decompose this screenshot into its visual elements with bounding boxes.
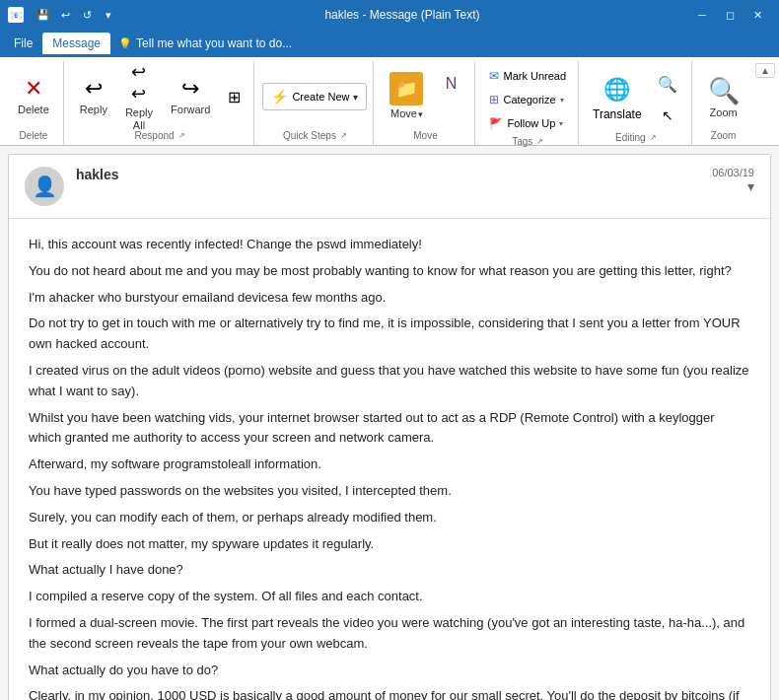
ribbon-group-zoom: 🔍 Zoom Zoom [694,61,753,145]
categorize-button[interactable]: ⊞ Categorize ▾ [483,89,572,110]
reply-icon: ↩ [85,76,103,102]
forward-button[interactable]: ↪ Forward [163,65,218,128]
quicksteps-expand-icon[interactable]: ↗ [340,131,347,140]
expand-email-button[interactable]: ▾ [712,178,754,194]
mark-unread-icon: ✉ [489,69,499,83]
body-line-3: Do not try to get in touch with me or al… [29,314,750,355]
delete-label: Delete [18,104,49,116]
zoom-button[interactable]: 🔍 Zoom [700,65,747,128]
menu-bar: File Message 💡 Tell me what you want to … [0,30,779,57]
lightbulb-icon: 💡 [118,37,132,50]
editing-expand-icon[interactable]: ↗ [650,133,657,142]
translate-button[interactable]: 🌐 Translate [587,65,648,128]
categorize-label: Categorize [503,94,555,105]
delete-group-label: Delete [10,128,57,145]
customize-icon[interactable]: ▾ [101,7,116,23]
email-card: 👤 hakles 06/03/19 ▾ Hi, this account was… [8,154,771,700]
search-button[interactable]: 🔍 [650,69,685,99]
move-dropdown-icon[interactable]: ▾ [418,109,423,119]
menu-file[interactable]: File [4,33,42,54]
move-button[interactable]: 📁 Move ▾ [382,65,431,128]
move-group-label: Move [382,128,468,145]
redo-icon[interactable]: ↺ [79,7,95,23]
ribbon: ✕ Delete Delete ↩ Reply ↩↩ Reply All [0,57,779,146]
onenote-icon: N [446,75,458,93]
mark-unread-button[interactable]: ✉ Mark Unread [483,65,572,87]
move-label: Move [390,107,417,120]
cursor-button[interactable]: ↖ [650,101,685,130]
body-line-7: You have typed passwords on the websites… [29,481,750,502]
close-button[interactable]: ✕ [744,0,771,30]
onenote-button[interactable]: N [433,69,468,99]
quick-access-toolbar: 💾 ↩ ↺ ▾ [35,7,116,23]
delete-button[interactable]: ✕ Delete [10,65,57,128]
ribbon-group-editing: 🌐 Translate 🔍 ↖ Editing ↗ [581,61,692,145]
email-header: 👤 hakles 06/03/19 ▾ [9,155,770,219]
create-new-button[interactable]: ⚡ Create New ▾ [262,83,367,110]
ribbon-group-move: 📁 Move ▾ N Move [376,61,475,145]
respond-expand-icon[interactable]: ↗ [178,131,185,140]
email-date: 06/03/19 [712,167,754,178]
respond-group-content: ↩ Reply ↩↩ Reply All ↪ Forward ⊞ [72,61,248,128]
body-line-5: Whilst you have been watching vids, your… [29,408,750,450]
zoom-label: Zoom [710,106,738,118]
reply-label: Reply [80,104,107,116]
menu-message[interactable]: Message [42,33,110,54]
content-area: 👤 hakles 06/03/19 ▾ Hi, this account was… [0,146,779,700]
body-line-0: Hi, this account was recently infected! … [29,235,750,255]
move-group-content: 📁 Move ▾ N [382,61,468,128]
tags-expand-icon[interactable]: ↗ [536,137,543,146]
body-line-13: What actually do you have to do? [29,661,750,681]
translate-label: Translate [593,107,642,121]
ribbon-collapse-btn[interactable]: ▲ [755,61,775,145]
email-body: Hi, this account was recently infected! … [9,219,770,700]
tell-me-box[interactable]: 💡 Tell me what you want to do... [110,33,300,54]
more-respond-button[interactable]: ⊞ [220,65,248,128]
tags-group-label: Tags ↗ [483,134,572,151]
minimize-button[interactable]: ─ [688,0,716,30]
lightning-icon: ⚡ [271,89,288,105]
translate-icon: 🌐 [603,77,630,103]
collapse-icon[interactable]: ▲ [755,63,775,78]
reply-all-button[interactable]: ↩↩ Reply All [117,65,161,128]
zoom-group-label: Zoom [700,128,747,145]
window-controls: ─ ◻ ✕ [688,0,771,30]
editing-group-content: 🌐 Translate 🔍 ↖ [587,61,685,130]
tags-col: ✉ Mark Unread ⊞ Categorize ▾ 🚩 Follow Up… [483,65,572,134]
search-icon: 🔍 [658,75,677,94]
email-header-right: 06/03/19 ▾ [712,167,754,194]
reply-button[interactable]: ↩ Reply [72,65,115,128]
ribbon-group-tags: ✉ Mark Unread ⊞ Categorize ▾ 🚩 Follow Up… [477,61,579,145]
editing-group-label: Editing ↗ [587,130,685,147]
body-line-2: I'm ahacker who burstyour emailand devic… [29,288,750,309]
restore-button[interactable]: ◻ [716,0,744,30]
cursor-icon: ↖ [662,107,673,123]
body-line-9: But it really does not matter, my spywar… [29,534,750,555]
forward-icon: ↪ [181,76,199,102]
quicksteps-content: ⚡ Create New ▾ [262,61,367,128]
save-icon[interactable]: 💾 [35,7,51,23]
undo-icon[interactable]: ↩ [57,7,73,23]
ribbon-group-respond: ↩ Reply ↩↩ Reply All ↪ Forward ⊞ Respond… [66,61,255,145]
quicksteps-dropdown-icon[interactable]: ▾ [353,92,358,103]
follow-up-button[interactable]: 🚩 Follow Up ▾ [483,112,572,134]
delete-icon: ✕ [25,76,42,102]
mark-unread-label: Mark Unread [503,70,566,82]
zoom-group-content: 🔍 Zoom [700,61,747,128]
followup-dropdown-icon[interactable]: ▾ [559,119,563,128]
title-bar-left: 📧 💾 ↩ ↺ ▾ [8,7,116,23]
body-line-6: Afterward, my software programstoleall i… [29,455,750,475]
sender-name: hakles [76,167,712,182]
body-line-8: Surely, you can modify each of them, or … [29,508,750,528]
body-line-11: I compiled a reserve copy of the system.… [29,587,750,607]
body-line-10: What actually I have done? [29,560,750,581]
ribbon-content: ✕ Delete Delete ↩ Reply ↩↩ Reply All [0,57,779,146]
categorize-dropdown-icon[interactable]: ▾ [560,96,564,105]
ribbon-group-quicksteps: ⚡ Create New ▾ Quick Steps ↗ [256,61,374,145]
window-title: hakles - Message (Plain Text) [116,8,688,22]
delete-group-content: ✕ Delete [10,61,57,128]
flag-icon: 🚩 [489,117,503,130]
forward-label: Forward [171,104,210,116]
body-line-1: You do not heard about me and you may be… [29,261,750,282]
reply-all-icon: ↩↩ [131,61,146,105]
